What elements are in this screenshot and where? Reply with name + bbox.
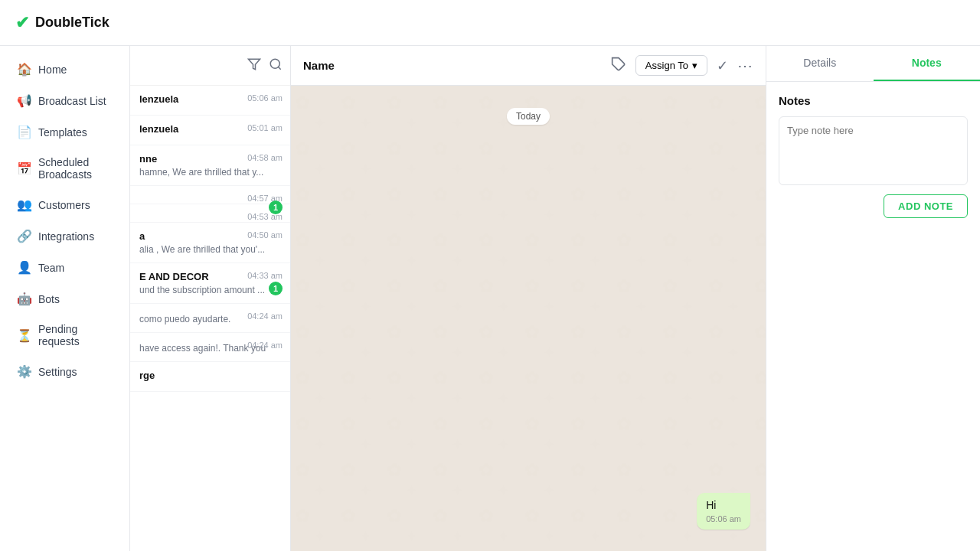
sidebar-item-label: Bots	[38, 293, 60, 305]
integrations-icon: 🔗	[17, 229, 31, 243]
notes-title: Notes	[779, 94, 968, 107]
sidebar-item-integrations[interactable]: 🔗 Integrations	[5, 221, 125, 251]
svg-rect-6	[291, 86, 766, 551]
chat-background-pattern: ✿ ✦	[291, 86, 766, 551]
tab-notes[interactable]: Notes	[874, 46, 981, 81]
contact-name: Name	[303, 59, 602, 72]
list-item[interactable]: lenzuela 05:06 am	[130, 86, 290, 116]
add-note-button[interactable]: ADD NOTE	[884, 194, 968, 218]
tab-details[interactable]: Details	[766, 46, 874, 81]
list-item[interactable]: have access again!. Thank you 04:24 am	[130, 333, 290, 362]
list-item[interactable]: lenzuela 05:01 am	[130, 116, 290, 145]
filter-icon[interactable]	[247, 57, 261, 74]
svg-line-2	[278, 67, 280, 69]
list-item[interactable]: a alia , We are thrilled that you'... 04…	[130, 223, 290, 263]
right-panel: Details Notes Notes ADD NOTE	[766, 46, 980, 551]
unread-badge: 1	[269, 201, 283, 214]
sidebar-item-label: Scheduled Broadcasts	[38, 156, 113, 181]
today-label: Today	[507, 108, 550, 125]
sidebar-item-label: Broadcast List	[38, 95, 106, 107]
today-badge: Today	[306, 109, 750, 122]
sidebar-item-templates[interactable]: 📄 Templates	[5, 117, 125, 147]
message-time: 05:06 am	[706, 514, 741, 523]
chat-area: Name Assign To ▾ ✓ ⋯ ✿	[291, 46, 766, 551]
sidebar-item-customers[interactable]: 👥 Customers	[5, 190, 125, 220]
check-icon[interactable]: ✓	[717, 57, 728, 74]
main-layout: 🏠 Home 📢 Broadcast List 📄 Templates 📅 Sc…	[0, 46, 980, 551]
sidebar-item-label: Settings	[38, 366, 77, 378]
scheduled-icon: 📅	[17, 161, 31, 176]
sidebar-item-label: Team	[38, 262, 64, 274]
more-options-icon[interactable]: ⋯	[737, 57, 753, 75]
assign-to-label: Assign To	[645, 60, 688, 71]
sidebar-item-broadcast-list[interactable]: 📢 Broadcast List	[5, 86, 125, 116]
bots-icon: 🤖	[17, 292, 31, 306]
chat-message: Hi 05:06 am	[697, 493, 750, 530]
sidebar-item-label: Home	[38, 64, 67, 76]
right-panel-tabs: Details Notes	[766, 46, 980, 82]
svg-marker-0	[249, 59, 260, 70]
message-text: Hi	[706, 499, 741, 511]
notes-section: Notes ADD NOTE	[766, 82, 980, 551]
templates-icon: 📄	[17, 125, 31, 139]
sidebar-item-label: Integrations	[38, 230, 94, 243]
app-name: DoubleTick	[35, 15, 109, 31]
broadcast-icon: 📢	[17, 93, 31, 108]
notes-input[interactable]	[779, 116, 968, 185]
list-item[interactable]: 04:57 am	[130, 186, 290, 204]
list-item[interactable]: como puedo ayudarte. 04:24 am	[130, 304, 290, 333]
tag-icon[interactable]	[611, 57, 626, 75]
list-item[interactable]: rge	[130, 362, 290, 392]
sidebar-item-home[interactable]: 🏠 Home	[5, 54, 125, 84]
home-icon: 🏠	[17, 62, 31, 77]
conv-list-body: lenzuela 05:06 am lenzuela 05:01 am nne …	[130, 86, 290, 551]
app-logo: ✔ DoubleTick	[15, 13, 109, 33]
sidebar-item-team[interactable]: 👤 Team	[5, 253, 125, 282]
sidebar-item-pending-requests[interactable]: ⏳ Pending requests	[5, 315, 125, 355]
svg-point-1	[270, 59, 279, 68]
conv-list-header	[130, 46, 290, 86]
conversation-list: lenzuela 05:06 am lenzuela 05:01 am nne …	[130, 46, 291, 551]
chevron-down-icon: ▾	[692, 60, 697, 71]
settings-icon: ⚙️	[17, 364, 31, 379]
assign-to-button[interactable]: Assign To ▾	[635, 55, 707, 76]
topbar: ✔ DoubleTick	[0, 0, 980, 46]
logo-icon: ✔	[15, 13, 29, 33]
chat-header: Name Assign To ▾ ✓ ⋯	[291, 46, 766, 86]
sidebar: 🏠 Home 📢 Broadcast List 📄 Templates 📅 Sc…	[0, 46, 130, 551]
unread-badge: 1	[269, 282, 283, 295]
search-icon[interactable]	[269, 57, 283, 74]
sidebar-item-settings[interactable]: ⚙️ Settings	[5, 357, 125, 386]
sidebar-item-label: Customers	[38, 199, 90, 211]
pending-icon: ⏳	[17, 328, 31, 343]
sidebar-item-bots[interactable]: 🤖 Bots	[5, 284, 125, 314]
sidebar-item-label: Pending requests	[38, 323, 113, 347]
chat-bubble: Hi 05:06 am	[697, 493, 750, 530]
sidebar-item-label: Templates	[38, 126, 87, 139]
sidebar-item-scheduled-broadcasts[interactable]: 📅 Scheduled Broadcasts	[5, 148, 125, 188]
list-item[interactable]: nne hamne, We are thrilled that y... 04:…	[130, 145, 290, 186]
customers-icon: 👥	[17, 197, 31, 212]
chat-body: ✿ ✦ Today Hi 05:06 am	[291, 86, 766, 551]
list-item[interactable]: E AND DECOR und the subscription amount …	[130, 263, 290, 304]
list-item[interactable]: 04:53 am 1	[130, 204, 290, 223]
team-icon: 👤	[17, 260, 31, 275]
